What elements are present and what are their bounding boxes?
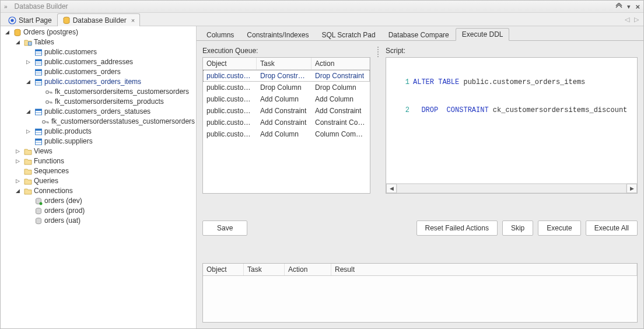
queue-cell-object: public.customer... (203, 128, 257, 140)
result-grid[interactable]: Object Task Action Result (202, 263, 638, 323)
queue-row[interactable]: public.customer... Add Column Add Column (203, 93, 370, 105)
result-header-action[interactable]: Action (285, 264, 331, 275)
tree-fk[interactable]: ▹fk_customersordersstatuses_customersord… (34, 117, 196, 127)
dropdown-icon[interactable]: ▾ (627, 3, 631, 10)
tab-start-page[interactable]: Start Page (3, 13, 57, 26)
queue-cell-object: public.customer... (203, 117, 257, 128)
tree-root[interactable]: ◢ Orders (postgres) (3, 27, 196, 37)
tab-close-icon[interactable]: × (131, 17, 135, 24)
scroll-right-icon[interactable]: ▶ (626, 184, 637, 193)
tree-pane[interactable]: ◢ Orders (postgres) ◢ (1, 26, 197, 328)
tree-fk-label: fk_customersordersitems_products (55, 97, 164, 107)
tab-nav-next-icon[interactable]: ▷ (632, 13, 641, 26)
tree-fk[interactable]: ▹fk_customersordersitems_products (34, 97, 196, 107)
folder-icon (24, 148, 32, 156)
tree-connection[interactable]: ▹orders (uat) (24, 216, 196, 226)
queue-cell-task: Add Column (257, 128, 312, 140)
queue-row[interactable]: public.customer... Drop Column Drop Colu… (203, 82, 370, 93)
tree-table-label: public.customers_orders_statuses (44, 107, 150, 117)
scroll-track[interactable] (397, 184, 626, 193)
close-icon[interactable]: × (635, 2, 640, 11)
tree-toggle-icon[interactable]: ◢ (4, 29, 10, 36)
tree-fk[interactable]: ▹fk_customersordersitems_customersorders (34, 87, 196, 97)
queue-header-task[interactable]: Task (257, 58, 312, 69)
queue-row[interactable]: public.customer... Add Constraint Add Co… (203, 105, 370, 117)
tab-nav-prev-icon[interactable]: ◁ (622, 13, 632, 26)
subtab-columns[interactable]: Columns (200, 29, 240, 41)
execute-all-button[interactable]: Execute All (586, 220, 638, 236)
tree-folder-views[interactable]: ▷Views (13, 146, 196, 156)
queue-cell-task: Add Constraint (257, 105, 312, 117)
tree-folder-queries[interactable]: ▷Queries (13, 176, 196, 186)
code-line: DROP CONSTRAINT ck_customersordersitems_… (413, 106, 637, 115)
subtab-constraints[interactable]: Constraints/Indexes (240, 29, 315, 41)
tree-toggle-icon[interactable]: ◢ (15, 188, 21, 194)
tree-table[interactable]: ◢public.customers_orders_statuses (24, 107, 196, 117)
tree-connection[interactable]: ▹orders (dev) (24, 196, 196, 206)
tree-table[interactable]: ▷public.products (24, 127, 196, 136)
tree-toggle-icon[interactable]: ◢ (25, 108, 32, 115)
tree-folder-sequences-label: Sequences (34, 166, 69, 176)
scroll-left-icon[interactable]: ◀ (386, 184, 397, 193)
queue-cell-task: Drop Column (257, 82, 312, 93)
queue-row[interactable]: public.customer... Add Column Column Com… (203, 128, 370, 140)
svg-rect-38 (36, 139, 42, 141)
collapse-up-icon[interactable] (615, 3, 622, 10)
queue-row[interactable]: public.customer... Add Constraint Constr… (203, 117, 370, 128)
tab-database-builder[interactable]: Database Builder × (57, 13, 141, 26)
subtab-execute-ddl[interactable]: Execute DDL (456, 28, 510, 41)
tree-toggle-icon[interactable]: ▷ (15, 158, 21, 164)
svg-point-30 (43, 120, 46, 123)
result-header-task[interactable]: Task (244, 264, 285, 275)
tree-table[interactable]: ▷public.customers_addresses (24, 57, 196, 67)
tree-table-selected[interactable]: ◢public.customers_orders_items (24, 77, 196, 87)
svg-rect-17 (36, 79, 42, 81)
tree-folder-tables[interactable]: ◢ Tables (13, 37, 196, 47)
expand-icon[interactable]: » (4, 4, 8, 10)
queue-header-action[interactable]: Action (312, 58, 370, 69)
result-header-result[interactable]: Result (331, 264, 637, 275)
subtab-scratchpad[interactable]: SQL Scratch Pad (315, 29, 382, 41)
tree-folder-functions[interactable]: ▷Functions (13, 156, 196, 166)
tree-table[interactable]: ▹public.customers (24, 47, 196, 57)
queue-header-object[interactable]: Object (203, 58, 257, 69)
tree-folder-views-label: Views (34, 146, 52, 156)
line-number: 2 (386, 106, 413, 115)
splitter[interactable] (376, 47, 380, 68)
tab-database-builder-label: Database Builder (73, 16, 127, 24)
tree-connection[interactable]: ▹orders (prod) (24, 206, 196, 216)
svg-point-41 (40, 202, 43, 205)
tree-toggle-icon[interactable]: ▷ (15, 148, 21, 155)
execution-queue-grid[interactable]: Object Task Action public.customer... Dr… (202, 57, 370, 194)
tree-table[interactable]: ▹public.suppliers (24, 136, 196, 146)
folder-tables-icon (24, 38, 32, 47)
horizontal-scrollbar[interactable]: ◀ ▶ (386, 183, 637, 193)
window-title: Database Builder (15, 2, 611, 10)
reset-failed-actions-button[interactable]: Reset Failed Actions (416, 220, 498, 236)
skip-button[interactable]: Skip (502, 220, 533, 236)
script-code-area[interactable]: 1 ALTER TABLE public.customers_orders_it… (386, 58, 637, 183)
folder-icon (24, 158, 32, 166)
tree-toggle-icon[interactable]: ▷ (25, 128, 32, 135)
tree-connection-label: orders (dev) (44, 196, 82, 206)
tree-folder-connections[interactable]: ◢Connections (13, 186, 196, 196)
queue-row[interactable]: public.customer... Drop Constraint Drop … (203, 70, 370, 82)
tree-toggle-icon[interactable]: ▷ (25, 59, 32, 65)
tree-toggle-icon[interactable]: ▷ (15, 178, 21, 184)
script-editor[interactable]: 1 ALTER TABLE public.customers_orders_it… (386, 57, 638, 194)
tree-folder-sequences[interactable]: ▹Sequences (13, 166, 196, 176)
result-header: Object Task Action Result (203, 264, 637, 276)
key-icon (45, 98, 53, 106)
tree-table[interactable]: ▹public.customers_orders (24, 67, 196, 77)
execute-button[interactable]: Execute (538, 220, 580, 236)
titlebar: » Database Builder ▾ × (1, 1, 643, 13)
subtab-compare[interactable]: Database Compare (382, 29, 456, 41)
tree-toggle-icon[interactable]: ◢ (15, 39, 21, 46)
queue-cell-action: Constraint Com... (312, 117, 370, 128)
tree-table-label: public.customers_orders (44, 67, 121, 77)
save-button[interactable]: Save (202, 220, 247, 236)
result-header-object[interactable]: Object (203, 264, 244, 275)
tree-toggle-icon[interactable]: ◢ (25, 79, 32, 85)
object-tree[interactable]: ◢ Orders (postgres) ◢ (1, 27, 196, 226)
connection-active-icon (34, 197, 43, 205)
